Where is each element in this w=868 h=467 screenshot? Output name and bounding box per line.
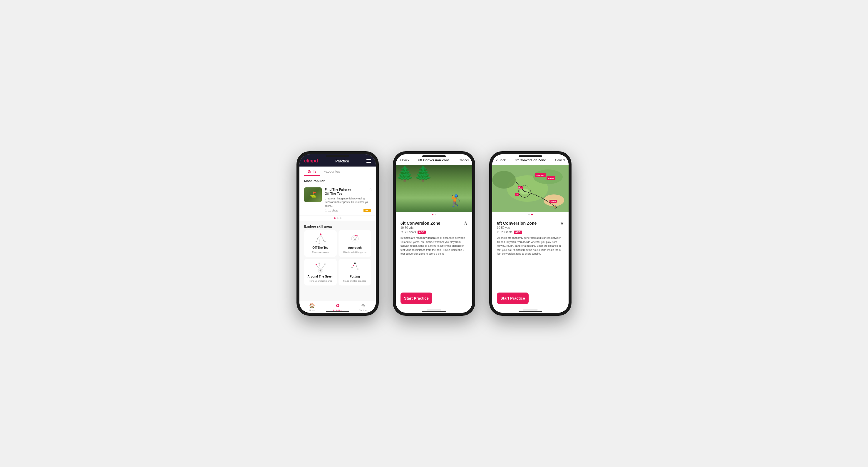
phone-2: < Back 6ft Conversion Zone Cancel 🌲🌲 🏌️ [393, 151, 475, 316]
skill-name-putting: Putting [350, 275, 360, 278]
svg-point-10 [324, 241, 326, 242]
detail-content-3: FAIRWAY ROUGH Hit Miss SAND 🏌️ [492, 165, 568, 290]
drill-info: Find The Fairway Off The Tee Create an i… [325, 188, 371, 212]
svg-point-7 [323, 240, 324, 241]
nav-home[interactable]: 🏠 Home [300, 303, 325, 312]
cancel-button-2[interactable]: Cancel [459, 158, 469, 162]
svg-point-11 [351, 235, 359, 242]
svg-text:Miss: Miss [518, 187, 522, 189]
drill-thumbnail [304, 188, 322, 202]
scene: clippd Practice Drills Favourites Most P… [279, 134, 589, 333]
start-practice-button-3[interactable]: Start Practice [497, 293, 529, 304]
notch-3 [519, 155, 542, 157]
home-bar-2 [422, 311, 446, 312]
nav-home-label: Home [309, 309, 315, 312]
back-button-2[interactable]: < Back [399, 158, 409, 162]
shots-clock-icon-3: ⏱ [497, 231, 500, 234]
svg-point-6 [318, 243, 320, 244]
drill-shots: ⏱ 10 shots [325, 209, 338, 212]
skill-name-ott: Off The Tee [312, 246, 328, 249]
svg-point-31 [354, 262, 355, 264]
img-dot-1 [432, 214, 433, 215]
skill-card-atg[interactable]: Around The Green Hone your short game [304, 259, 337, 286]
svg-point-35 [492, 171, 516, 189]
golfer-icon: 🏌️ [449, 194, 463, 208]
detail-bottom-2: Start Practice [396, 290, 472, 313]
tab-favourites[interactable]: Favourites [320, 167, 343, 176]
drill-detail-2: 6ft Conversion Zone ☆ 10-50 yds ⏱ 20 sho… [396, 218, 472, 290]
home-icon: 🏠 [309, 303, 315, 308]
drill-title-sub: Off The Tee [325, 192, 342, 195]
drill-detail-desc-3: 20 shots are randomly generated at dista… [497, 236, 564, 256]
activities-icon: ♻ [336, 303, 340, 308]
notch-1 [326, 155, 349, 157]
drill-detail-3: 6ft Conversion Zone ☆ 10-50 yds ⏱ 20 sho… [492, 218, 568, 290]
skill-desc-approach: Dial-in to hit the green [343, 251, 366, 254]
nav-activities[interactable]: ♻ Activities [325, 303, 350, 312]
drill-detail-range-3: 10-50 yds [497, 226, 564, 229]
back-button-3[interactable]: < Back [496, 158, 506, 162]
start-practice-button-2[interactable]: Start Practice [401, 293, 432, 304]
nav-capture[interactable]: ⊕ Capture [350, 303, 376, 312]
svg-point-5 [320, 234, 321, 235]
detail-header-title-3: 6ft Conversion Zone [507, 158, 554, 162]
explore-section: Explore skill areas [300, 221, 376, 289]
phone-1: clippd Practice Drills Favourites Most P… [297, 151, 379, 316]
screen1-content: Most Popular Find The Fairway Off The Te… [300, 176, 376, 300]
phone-3: < Back 6ft Conversion Zone Cancel [489, 151, 571, 316]
carousel-dots [300, 215, 376, 221]
featured-drill-card[interactable]: Find The Fairway Off The Tee Create an i… [300, 185, 376, 215]
dot-2 [337, 218, 339, 219]
skill-icon-atg [313, 262, 328, 273]
skill-desc-ott: Power accuracy [312, 251, 329, 254]
fav-icon-detail-2[interactable]: ☆ [464, 221, 467, 226]
svg-text:🏌️: 🏌️ [553, 205, 558, 209]
drill-title: Find The Fairway Off The Tee [325, 188, 371, 196]
capture-icon: ⊕ [361, 303, 365, 308]
tabs-row: Drills Favourites [300, 167, 376, 176]
image-dots-3 [492, 212, 568, 218]
menu-icon[interactable] [366, 159, 371, 163]
skill-desc-atg: Hone your short game [309, 279, 332, 282]
svg-point-13 [354, 238, 356, 240]
skill-card-putting[interactable]: Putting Make and lag practice [339, 259, 371, 286]
drill-map-area: FAIRWAY ROUGH Hit Miss SAND 🏌️ [492, 165, 568, 212]
svg-point-12 [353, 237, 357, 241]
svg-point-28 [353, 265, 354, 266]
explore-label: Explore skill areas [300, 223, 376, 230]
skill-name-approach: Approach [348, 246, 362, 249]
skill-icon-approach [348, 233, 362, 245]
home-indicator-2 [396, 307, 472, 313]
drill-meta: ⏱ 10 shots OTT [325, 209, 371, 212]
drill-detail-shots-2: ⏱ 20 shots ARG [401, 231, 467, 234]
app-logo: clippd [304, 158, 318, 164]
dot-3 [340, 218, 341, 219]
svg-point-9 [316, 241, 317, 242]
header-title: Practice [335, 159, 349, 163]
cancel-button-3[interactable]: Cancel [555, 158, 565, 162]
fav-icon-detail-3[interactable]: ☆ [560, 221, 564, 226]
drill-detail-range-2: 10-50 yds [401, 226, 467, 229]
skill-card-ott[interactable]: Off The Tee Power accuracy [304, 230, 337, 257]
svg-line-4 [320, 234, 325, 242]
home-bar-inner-3 [523, 309, 538, 310]
drill-detail-desc-2: 20 shots are randomly generated at dista… [401, 236, 467, 256]
img-dot-3-2 [531, 214, 533, 215]
drill-detail-title-2: 6ft Conversion Zone ☆ [401, 221, 467, 226]
drill-tag-2: ARG [417, 231, 426, 234]
map-container: FAIRWAY ROUGH Hit Miss SAND 🏌️ [492, 165, 568, 212]
drill-title-main: Find The Fairway [325, 188, 351, 191]
shots-clock-icon-2: ⏱ [401, 231, 403, 234]
detail-content-2: 🌲🌲 🏌️ 6ft Conversion Zone ☆ 10-50 yds [396, 165, 472, 290]
skill-card-approach[interactable]: Approach Dial-in to hit the green [339, 230, 371, 257]
favourite-icon[interactable]: ☆ [369, 188, 372, 192]
svg-point-30 [357, 268, 359, 270]
tab-drills[interactable]: Drills [304, 167, 320, 176]
svg-point-27 [351, 267, 352, 268]
svg-point-29 [356, 266, 357, 267]
img-dot-2 [435, 214, 436, 215]
skill-desc-putting: Make and lag practice [343, 279, 366, 282]
detail-bottom-3: Start Practice [492, 290, 568, 313]
skill-grid: Off The Tee Power accuracy [300, 230, 376, 289]
svg-text:ROUGH: ROUGH [548, 177, 554, 179]
